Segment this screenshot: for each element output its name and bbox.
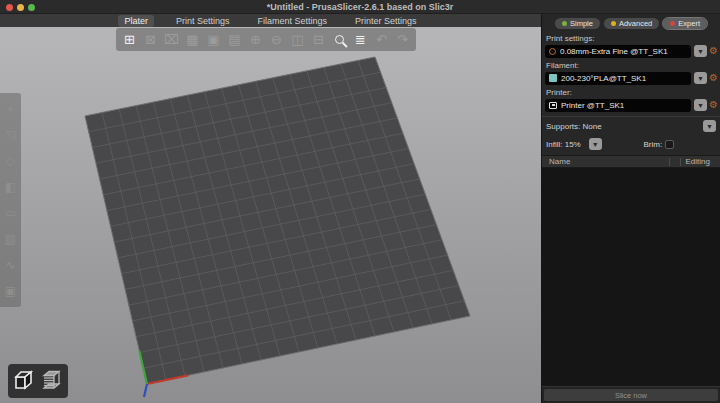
print-bed[interactable] bbox=[0, 27, 541, 403]
infill-dropdown-button[interactable]: ▼ bbox=[589, 138, 602, 150]
chevron-down-icon: ▼ bbox=[697, 48, 704, 55]
delete-all-icon[interactable]: ⌧ bbox=[161, 29, 182, 50]
paste-icon[interactable]: ▤ bbox=[224, 29, 245, 50]
tab-print-settings[interactable]: Print Settings bbox=[170, 15, 236, 27]
column-editing: Editing bbox=[686, 157, 720, 166]
cube-icon bbox=[12, 369, 36, 393]
undo-icon[interactable]: ↶ bbox=[371, 29, 392, 50]
place-on-face-gizmo-icon[interactable]: ◧ bbox=[0, 174, 21, 200]
mode-label: Advanced bbox=[619, 19, 652, 28]
add-object-icon[interactable]: ⊞ bbox=[119, 29, 140, 50]
tab-plater[interactable]: Plater bbox=[118, 15, 154, 27]
window-title: *Untitled - PrusaSlicer-2.6.1 based on S… bbox=[0, 2, 720, 12]
printer-label: Printer: bbox=[546, 88, 716, 97]
mode-label: Expert bbox=[678, 19, 700, 28]
scale-gizmo-icon[interactable]: ◹ bbox=[0, 122, 21, 148]
close-button[interactable] bbox=[6, 4, 13, 11]
supports-dropdown-button[interactable]: ▼ bbox=[703, 120, 716, 132]
remove-instance-icon[interactable]: ⊖ bbox=[266, 29, 287, 50]
column-name: Name bbox=[542, 157, 664, 166]
brim-checkbox[interactable] bbox=[665, 140, 674, 149]
settings-tab-bar: Plater Print Settings Filament Settings … bbox=[0, 14, 541, 27]
filament-gear-icon[interactable]: ⚙ bbox=[709, 73, 718, 83]
mode-dot-icon bbox=[611, 21, 616, 26]
printer-dropdown-button[interactable]: ▼ bbox=[694, 99, 707, 111]
supports-label: Supports: bbox=[546, 122, 580, 131]
title-bar: *Untitled - PrusaSlicer-2.6.1 based on S… bbox=[0, 0, 720, 14]
brim-label: Brim: bbox=[644, 140, 663, 149]
mode-label: Simple bbox=[570, 19, 593, 28]
object-list-header: Name Editing bbox=[542, 155, 720, 168]
supports-value: None bbox=[582, 122, 601, 131]
filament-color-swatch bbox=[549, 74, 557, 82]
mode-dot-icon bbox=[670, 21, 675, 26]
split-to-parts-icon[interactable]: ⊟ bbox=[308, 29, 329, 50]
printer-value: Printer @TT_SK1 bbox=[561, 101, 624, 110]
text-embossing-gizmo-icon[interactable]: ▣ bbox=[0, 278, 21, 304]
cut-gizmo-icon[interactable]: ▭ bbox=[0, 200, 21, 226]
chevron-down-icon: ▼ bbox=[592, 141, 599, 148]
object-toolbar: ⊞⊠⌧▦▣▤⊕⊖◫⊟≣↶↷ bbox=[116, 28, 416, 51]
mode-advanced-button[interactable]: Advanced bbox=[604, 18, 659, 29]
prusaslicer-window: *Untitled - PrusaSlicer-2.6.1 based on S… bbox=[0, 0, 720, 403]
filament-value: 200-230°PLA@TT_SK1 bbox=[561, 74, 646, 83]
slice-bar: Slice now bbox=[542, 386, 720, 403]
object-list[interactable] bbox=[542, 168, 720, 386]
print-settings-label: Print settings: bbox=[546, 34, 716, 43]
window-controls bbox=[6, 0, 35, 14]
filament-dropdown-button[interactable]: ▼ bbox=[694, 72, 707, 84]
view-mode-toggle bbox=[8, 364, 68, 398]
printer-combo[interactable]: Printer @TT_SK1 bbox=[545, 99, 691, 112]
chevron-down-icon: ▼ bbox=[697, 102, 704, 109]
copy-icon[interactable]: ▣ bbox=[203, 29, 224, 50]
variable-layer-height-icon[interactable]: ≣ bbox=[350, 29, 371, 50]
print-profile-icon bbox=[549, 48, 556, 55]
filament-combo[interactable]: 200-230°PLA@TT_SK1 bbox=[545, 72, 691, 85]
sliced-layers-icon bbox=[40, 369, 64, 393]
mode-dot-icon bbox=[562, 21, 567, 26]
move-gizmo-icon[interactable]: ⌖ bbox=[0, 96, 21, 122]
tab-printer-settings[interactable]: Printer Settings bbox=[349, 15, 423, 27]
tab-filament-settings[interactable]: Filament Settings bbox=[251, 15, 333, 27]
printer-gear-icon[interactable]: ⚙ bbox=[709, 100, 718, 110]
printer-icon bbox=[549, 102, 557, 109]
print-settings-dropdown-button[interactable]: ▼ bbox=[694, 45, 707, 57]
3d-editor-view-button[interactable] bbox=[11, 367, 37, 395]
rotate-gizmo-icon[interactable]: ◇ bbox=[0, 148, 21, 174]
seam-painting-gizmo-icon[interactable]: ∿ bbox=[0, 252, 21, 278]
chevron-down-icon: ▼ bbox=[697, 75, 704, 82]
infill-value: 15% bbox=[565, 140, 581, 149]
paint-supports-gizmo-icon[interactable]: ▧ bbox=[0, 226, 21, 252]
infill-brim-row: Infill: 15% ▼ Brim: bbox=[542, 135, 720, 153]
chevron-down-icon: ▼ bbox=[706, 123, 713, 130]
3d-viewport[interactable]: ⊞⊠⌧▦▣▤⊕⊖◫⊟≣↶↷ ⌖◹◇◧▭▧∿▣ bbox=[0, 27, 541, 403]
print-settings-gear-icon[interactable]: ⚙ bbox=[709, 46, 718, 56]
print-settings-value: 0.08mm-Extra Fine @TT_SK1 bbox=[560, 47, 668, 56]
delete-object-icon[interactable]: ⊠ bbox=[140, 29, 161, 50]
arrange-icon[interactable]: ▦ bbox=[182, 29, 203, 50]
filament-label: Filament: bbox=[546, 61, 716, 70]
zoom-button[interactable] bbox=[28, 4, 35, 11]
mode-expert-button[interactable]: Expert bbox=[663, 18, 707, 29]
search-icon[interactable] bbox=[329, 29, 350, 50]
gizmo-toolbar: ⌖◹◇◧▭▧∿▣ bbox=[0, 93, 21, 307]
mode-simple-button[interactable]: Simple bbox=[555, 18, 600, 29]
split-to-objects-icon[interactable]: ◫ bbox=[287, 29, 308, 50]
infill-label: Infill: bbox=[546, 140, 562, 149]
print-settings-combo[interactable]: 0.08mm-Extra Fine @TT_SK1 bbox=[545, 45, 691, 58]
add-instance-icon[interactable]: ⊕ bbox=[245, 29, 266, 50]
minimize-button[interactable] bbox=[17, 4, 24, 11]
supports-row: Supports: None ▼ bbox=[542, 116, 720, 135]
slice-now-button[interactable]: Slice now bbox=[544, 389, 718, 401]
preview-view-button[interactable] bbox=[39, 367, 65, 395]
right-sidebar: SimpleAdvancedExpert Print settings: 0.0… bbox=[541, 14, 720, 403]
mode-selector: SimpleAdvancedExpert bbox=[542, 14, 720, 32]
redo-icon[interactable]: ↷ bbox=[392, 29, 413, 50]
